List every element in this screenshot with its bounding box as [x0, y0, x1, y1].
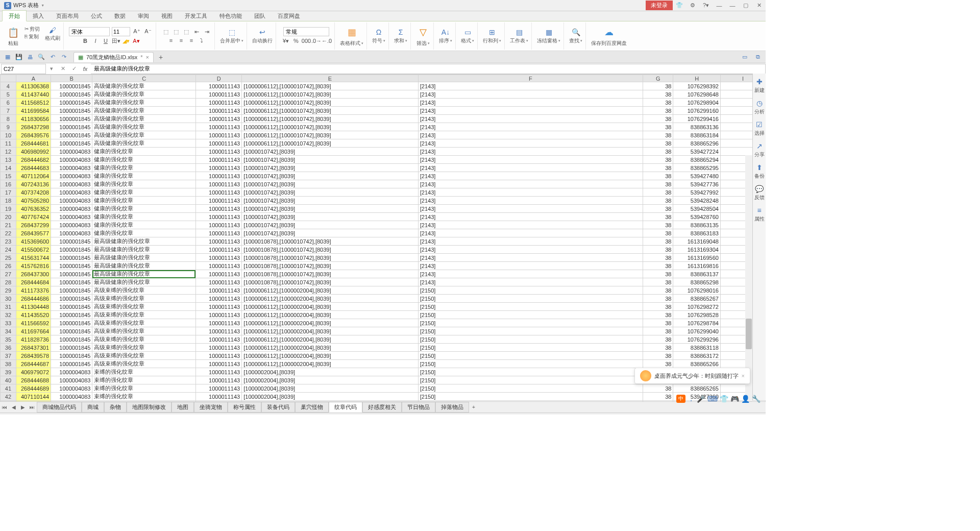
- notification-toast[interactable]: 桌面养成元气少年：时刻跟随打字 ×: [634, 368, 750, 384]
- cell[interactable]: 高级健康的强化纹章: [92, 139, 196, 148]
- sheet-nav-first-icon[interactable]: ⏮: [0, 403, 9, 412]
- cell[interactable]: [1000002004],[8039]: [242, 393, 419, 401]
- table-row[interactable]: 164072431361000004083健康的强化纹章1000011143[1…: [1, 180, 766, 188]
- table-row[interactable]: 272684373001000001845最高级健康的强化纹章100001114…: [1, 270, 766, 278]
- table-row[interactable]: 54114374401000001845高级健康的强化纹章1000011143[…: [1, 90, 766, 99]
- cell[interactable]: 38: [643, 335, 673, 344]
- cell[interactable]: 38: [643, 90, 673, 99]
- cell[interactable]: 1000011143: [195, 295, 241, 303]
- table-row[interactable]: 264157628161000001845最高级健康的强化纹章100001114…: [1, 262, 766, 270]
- cell[interactable]: 407241216: [16, 401, 51, 402]
- cell[interactable]: [2143]: [418, 246, 643, 254]
- cell[interactable]: 411830656: [16, 115, 51, 123]
- cell[interactable]: 1000011143: [195, 156, 241, 164]
- cell[interactable]: 1000001845: [51, 99, 92, 107]
- cell[interactable]: [1000006112],[1000002004],[8039]: [242, 335, 419, 344]
- cell[interactable]: 38: [643, 164, 673, 172]
- cell[interactable]: 268437298: [16, 123, 51, 131]
- filter-icon[interactable]: ▽: [416, 25, 430, 39]
- cell[interactable]: [1000006112],[1000010742],[8039]: [242, 90, 419, 99]
- symbol-icon[interactable]: Ω: [374, 28, 383, 37]
- cell[interactable]: 1000004083: [51, 188, 92, 197]
- cell[interactable]: [1000002004],[8039]: [242, 384, 419, 393]
- cell[interactable]: 高级束缚的强化纹章: [92, 303, 196, 311]
- row-header[interactable]: 28: [1, 278, 16, 286]
- cell[interactable]: 1000011143: [195, 262, 241, 270]
- cell[interactable]: 38: [643, 352, 673, 360]
- tab-list-icon[interactable]: ▭: [739, 52, 750, 62]
- maximize-icon[interactable]: ▢: [739, 0, 752, 11]
- cell[interactable]: 38: [643, 270, 673, 278]
- cell[interactable]: [2143]: [418, 229, 643, 237]
- table-row[interactable]: 382684446871000001845高级束缚的强化纹章1000011143…: [1, 360, 766, 368]
- cell[interactable]: 1000004083: [51, 376, 92, 384]
- size-select[interactable]: [112, 27, 130, 36]
- cell[interactable]: 38: [643, 311, 673, 319]
- merge-label[interactable]: 合并居中▾: [220, 37, 243, 44]
- cell[interactable]: 407243136: [16, 180, 51, 188]
- row-header[interactable]: 41: [1, 384, 16, 393]
- cell[interactable]: 1000001845: [51, 327, 92, 335]
- cell[interactable]: 1000011143: [195, 180, 241, 188]
- cell[interactable]: [2150]: [418, 393, 643, 401]
- cell[interactable]: 1000004083: [51, 197, 92, 205]
- cell[interactable]: 高级束缚的强化纹章: [92, 295, 196, 303]
- ime-game-icon[interactable]: 🎮: [730, 395, 739, 403]
- currency-icon[interactable]: ¥▾: [281, 37, 290, 45]
- cell[interactable]: [1000006112],[1000010742],[8039]: [242, 115, 419, 123]
- shirt-icon[interactable]: 👕: [673, 0, 686, 11]
- side-item-0[interactable]: ✚新建: [754, 78, 765, 94]
- cell[interactable]: 411568512: [16, 99, 51, 107]
- bold-button[interactable]: B: [81, 37, 90, 45]
- cell[interactable]: 健康的强化纹章: [92, 172, 196, 180]
- cell[interactable]: [1000010742],[8039]: [242, 221, 419, 229]
- ime-user-icon[interactable]: 👤: [741, 395, 750, 403]
- cell[interactable]: 268444689: [16, 384, 51, 393]
- cell[interactable]: 1000011143: [195, 246, 241, 254]
- cell[interactable]: [1000006112],[1000002004],[8039]: [242, 286, 419, 295]
- cell[interactable]: 高级束缚的强化纹章: [92, 319, 196, 327]
- cell[interactable]: 38: [643, 278, 673, 286]
- cell[interactable]: 838863172: [673, 352, 720, 360]
- row-header[interactable]: 6: [1, 99, 16, 107]
- row-header[interactable]: 15: [1, 172, 16, 180]
- fill-color-button[interactable]: ◢▾: [121, 37, 131, 45]
- cell[interactable]: 411173376: [16, 286, 51, 295]
- cell[interactable]: 406979072: [16, 368, 51, 376]
- cell[interactable]: 38: [643, 82, 673, 90]
- cancel-formula-icon[interactable]: ✕: [57, 64, 68, 74]
- cell[interactable]: [1000006112],[1000002004],[8039]: [242, 295, 419, 303]
- cell[interactable]: 838863137: [673, 270, 720, 278]
- cell[interactable]: [2143]: [418, 172, 643, 180]
- cell[interactable]: [2150]: [418, 319, 643, 327]
- cell[interactable]: [2143]: [418, 82, 643, 90]
- cell[interactable]: 1000011143: [195, 99, 241, 107]
- row-header[interactable]: 5: [1, 90, 16, 99]
- zoom-in-icon[interactable]: +: [753, 414, 763, 415]
- cell[interactable]: 268444682: [16, 156, 51, 164]
- filter-label[interactable]: 筛选▾: [416, 40, 430, 47]
- row-header[interactable]: 31: [1, 303, 16, 311]
- cell[interactable]: 最高级健康的强化纹章: [92, 270, 196, 278]
- row-header[interactable]: 27: [1, 270, 16, 278]
- cell[interactable]: 1000001845: [51, 237, 92, 246]
- cell[interactable]: 838863118: [673, 344, 720, 352]
- table-row[interactable]: 184075052801000004083健康的强化纹章1000011143[1…: [1, 197, 766, 205]
- number-format-select[interactable]: [283, 27, 329, 36]
- row-header[interactable]: 25: [1, 254, 16, 262]
- cell[interactable]: [2143]: [418, 90, 643, 99]
- row-header[interactable]: 10: [1, 131, 16, 139]
- side-item-4[interactable]: ⬆备份: [754, 163, 765, 180]
- table-row[interactable]: 142684446831000004083健康的强化纹章1000011143[1…: [1, 164, 766, 172]
- cell[interactable]: [2143]: [418, 278, 643, 286]
- cell[interactable]: 268444686: [16, 295, 51, 303]
- cell[interactable]: 838863136: [673, 123, 720, 131]
- cell[interactable]: 1000001845: [51, 246, 92, 254]
- cell[interactable]: [1000006112],[1000010742],[8039]: [242, 82, 419, 90]
- cell[interactable]: 411697664: [16, 327, 51, 335]
- row-header[interactable]: 12: [1, 148, 16, 156]
- cell[interactable]: [1000010878],[1000010742],[8039]: [242, 237, 419, 246]
- cell[interactable]: 838863183: [673, 229, 720, 237]
- menu-tab-1[interactable]: 插入: [27, 11, 50, 21]
- col-header-C[interactable]: C: [92, 75, 196, 82]
